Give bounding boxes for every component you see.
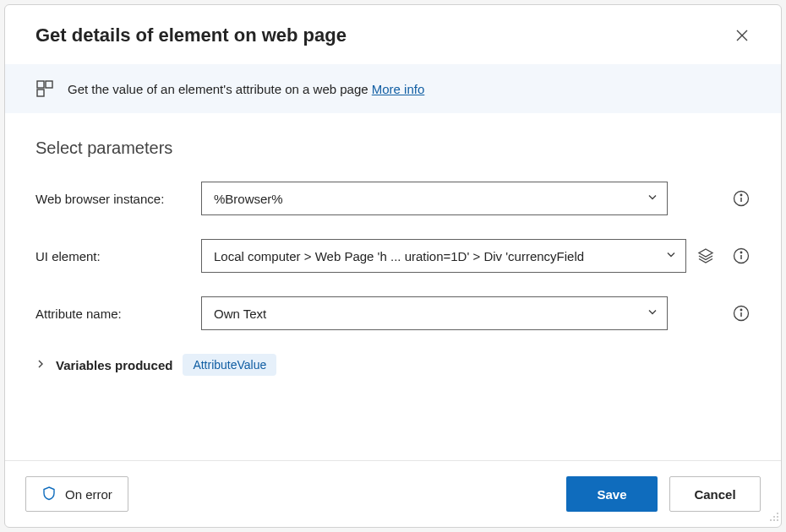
cancel-button[interactable]: Cancel: [669, 476, 761, 512]
chevron-right-icon: [35, 357, 46, 372]
param-row-ui-element: UI element: Local computer > Web Page 'h…: [35, 239, 751, 273]
info-button-attribute[interactable]: [732, 304, 751, 323]
attribute-label: Attribute name:: [35, 307, 201, 321]
ui-element-select[interactable]: Local computer > Web Page 'h ... uration…: [201, 239, 686, 273]
info-banner: Get the value of an element's attribute …: [5, 64, 781, 113]
variables-label: Variables produced: [56, 358, 172, 372]
on-error-label: On error: [65, 487, 112, 502]
attribute-value: Own Text: [214, 307, 266, 321]
param-row-browser: Web browser instance: %Browser%: [35, 182, 751, 215]
section-title: Select parameters: [35, 138, 751, 158]
svg-point-6: [740, 252, 742, 253]
more-info-link[interactable]: More info: [372, 82, 425, 96]
layers-icon: [697, 247, 714, 264]
svg-point-12: [770, 519, 772, 521]
info-icon: [733, 305, 750, 322]
chevron-down-icon: [647, 307, 658, 321]
dialog-header: Get details of element on web page: [5, 5, 781, 64]
info-icon: [733, 190, 750, 207]
dialog-footer: On error Save Cancel: [5, 460, 781, 527]
svg-point-10: [773, 516, 775, 518]
svg-point-4: [740, 194, 742, 196]
svg-point-8: [740, 309, 742, 311]
save-button[interactable]: Save: [566, 476, 658, 512]
info-button-browser[interactable]: [732, 189, 751, 208]
layout-icon: [35, 79, 54, 98]
ui-element-label: UI element:: [35, 249, 201, 263]
banner-text: Get the value of an element's attribute …: [68, 82, 424, 96]
dialog: Get details of element on web page Get t…: [4, 4, 782, 528]
attribute-select[interactable]: Own Text: [201, 296, 668, 330]
svg-rect-0: [37, 81, 44, 88]
ui-element-picker-button[interactable]: [696, 247, 715, 265]
variables-produced-row[interactable]: Variables produced AttributeValue: [35, 354, 751, 376]
dialog-title: Get details of element on web page: [35, 24, 347, 46]
close-icon: [735, 29, 749, 42]
chevron-down-icon: [647, 192, 658, 206]
svg-rect-1: [46, 81, 52, 88]
resize-grip[interactable]: [769, 510, 779, 525]
param-row-attribute: Attribute name: Own Text: [35, 296, 751, 330]
browser-select[interactable]: %Browser%: [201, 182, 668, 215]
info-button-ui-element[interactable]: [732, 247, 751, 265]
browser-value: %Browser%: [214, 192, 283, 206]
svg-point-14: [777, 519, 778, 521]
variable-chip[interactable]: AttributeValue: [183, 354, 276, 376]
svg-rect-2: [37, 90, 44, 96]
info-icon: [733, 247, 750, 264]
browser-label: Web browser instance:: [35, 192, 201, 206]
on-error-button[interactable]: On error: [25, 476, 128, 512]
shield-icon: [41, 486, 57, 503]
ui-element-value: Local computer > Web Page 'h ... uration…: [214, 249, 584, 263]
svg-point-11: [777, 516, 778, 518]
chevron-down-icon: [665, 249, 677, 263]
svg-point-9: [777, 513, 778, 514]
close-button[interactable]: [730, 24, 754, 47]
dialog-body: Select parameters Web browser instance: …: [5, 113, 781, 460]
svg-point-13: [773, 519, 775, 521]
